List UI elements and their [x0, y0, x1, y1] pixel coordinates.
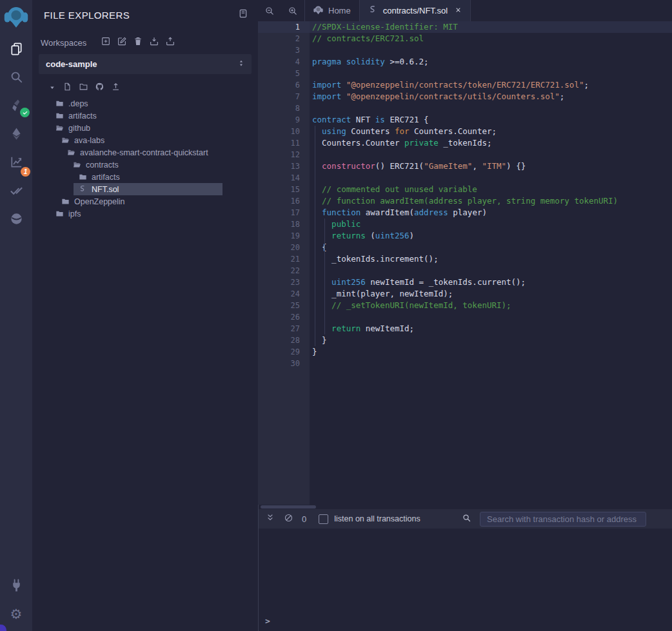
line-number[interactable]: 28: [258, 335, 310, 346]
code-line[interactable]: // contracts/ERC721.sol: [310, 33, 672, 44]
line-number[interactable]: 3: [258, 44, 310, 56]
collapse-caret-icon[interactable]: [48, 83, 56, 94]
line-number[interactable]: 5: [258, 68, 310, 79]
tree-item-artifacts[interactable]: artifacts: [32, 110, 258, 122]
new-file-icon[interactable]: [63, 82, 72, 94]
code-line[interactable]: // commented out unused variable: [310, 184, 672, 195]
line-number[interactable]: 19: [258, 230, 310, 242]
new-folder-icon[interactable]: [79, 82, 88, 94]
line-number[interactable]: 2: [258, 33, 310, 44]
line-number[interactable]: 16: [258, 195, 310, 207]
code-line[interactable]: _tokenIds.increment();: [310, 253, 672, 265]
code-line[interactable]: [310, 68, 672, 79]
tree-item-ipfs[interactable]: ipfs: [32, 208, 258, 220]
terminal-output[interactable]: >: [259, 529, 672, 631]
deploy-and-run-icon[interactable]: [0, 119, 32, 148]
line-number[interactable]: 11: [258, 137, 310, 149]
upload-file-icon[interactable]: [111, 82, 121, 94]
code-line[interactable]: [310, 311, 672, 323]
line-number[interactable]: 21: [258, 253, 310, 265]
file-explorer-icon[interactable]: [0, 34, 32, 63]
zoom-out-button[interactable]: [258, 0, 281, 21]
line-number[interactable]: 13: [258, 160, 310, 172]
line-number[interactable]: 26: [258, 311, 310, 323]
plugin-circle-icon[interactable]: [0, 204, 32, 233]
solidity-unit-testing-icon[interactable]: [0, 176, 32, 204]
code-line[interactable]: }: [310, 335, 672, 346]
search-icon[interactable]: [0, 63, 32, 91]
line-number[interactable]: 18: [258, 218, 310, 230]
tree-item-openzeppelin[interactable]: OpenZeppelin: [32, 195, 258, 208]
code-line[interactable]: Counters.Counter private _tokenIds;: [310, 137, 672, 149]
zoom-in-button[interactable]: [281, 0, 304, 21]
delete-workspace-icon[interactable]: [133, 36, 143, 49]
tree-item-avalanche-smart-contract-quickstart[interactable]: avalanche-smart-contract-quickstart: [32, 146, 258, 159]
code-line[interactable]: [310, 358, 672, 369]
code-line[interactable]: public: [310, 218, 672, 230]
tab-home[interactable]: Home: [304, 0, 359, 21]
line-number[interactable]: 20: [258, 242, 310, 253]
code-line[interactable]: using Counters for Counters.Counter;: [310, 126, 672, 137]
download-workspaces-icon[interactable]: [149, 36, 159, 49]
line-number[interactable]: 10: [258, 126, 310, 137]
line-number[interactable]: 23: [258, 277, 310, 288]
line-number[interactable]: 15: [258, 184, 310, 195]
code-line[interactable]: //SPDX-License-Identifier: MIT: [310, 21, 672, 33]
code-line[interactable]: import "@openzeppelin/contracts/token/ER…: [310, 79, 672, 91]
code-line[interactable]: [310, 102, 672, 114]
rename-workspace-icon[interactable]: [117, 36, 127, 49]
code-line[interactable]: function awardItem(address player): [310, 207, 672, 218]
collapse-terminal-icon[interactable]: [265, 512, 275, 525]
tree-item-.deps[interactable]: .deps: [32, 97, 258, 110]
code-line[interactable]: contract NFT is ERC721 {: [310, 114, 672, 126]
code-line[interactable]: [310, 149, 672, 160]
code-line[interactable]: uint256 newItemId = _tokenIds.current();: [310, 277, 672, 288]
code-line[interactable]: [310, 172, 672, 184]
solidity-compiler-icon[interactable]: [0, 91, 32, 119]
tree-item-github[interactable]: github: [32, 122, 258, 134]
code-line[interactable]: // function awardItem(address player, st…: [310, 195, 672, 207]
code-line[interactable]: // _setTokenURI(newItemId, tokenURI);: [310, 300, 672, 311]
line-number[interactable]: 27: [258, 323, 310, 335]
workspace-select[interactable]: code-sample: [39, 54, 252, 74]
line-number[interactable]: 12: [258, 149, 310, 160]
tree-item-ava-labs[interactable]: ava-labs: [32, 134, 258, 146]
line-number[interactable]: 24: [258, 288, 310, 300]
line-number[interactable]: 14: [258, 172, 310, 184]
line-number[interactable]: 17: [258, 207, 310, 218]
restore-workspaces-icon[interactable]: [165, 36, 175, 49]
code-line[interactable]: {: [310, 242, 672, 253]
create-workspace-icon[interactable]: [101, 36, 111, 49]
code-line[interactable]: return newItemId;: [310, 323, 672, 335]
code-line[interactable]: constructor() ERC721("GameItem", "ITM") …: [310, 160, 672, 172]
scrollbar-thumb[interactable]: [261, 505, 316, 509]
code-line[interactable]: returns (uint256): [310, 230, 672, 242]
close-icon[interactable]: [455, 6, 462, 15]
line-number[interactable]: 7: [258, 91, 310, 102]
remix-logo-icon[interactable]: [4, 5, 28, 29]
code-line[interactable]: _mint(player, newItemId);: [310, 288, 672, 300]
tree-item-nft.sol[interactable]: NFT.sol: [32, 183, 258, 195]
code-line[interactable]: [310, 44, 672, 56]
line-number[interactable]: 4: [258, 56, 310, 68]
line-number[interactable]: 25: [258, 300, 310, 311]
transaction-search-input[interactable]: [480, 512, 646, 527]
line-number[interactable]: 29: [258, 346, 310, 358]
line-number[interactable]: 9: [258, 114, 310, 126]
github-sync-icon[interactable]: [95, 82, 104, 94]
line-number[interactable]: 8: [258, 102, 310, 114]
code-editor[interactable]: 1234567891011121314151617181920212223242…: [258, 21, 672, 505]
code-line[interactable]: import "@openzeppelin/contracts/utils/Co…: [310, 91, 672, 102]
line-number[interactable]: 30: [258, 358, 310, 369]
analytics-icon[interactable]: 1: [0, 148, 32, 176]
clear-console-icon[interactable]: [284, 513, 293, 525]
terminal-prompt[interactable]: >: [265, 616, 270, 626]
listen-checkbox[interactable]: [319, 514, 328, 524]
code-line[interactable]: pragma solidity >=0.6.2;: [310, 56, 672, 68]
code-line[interactable]: }: [310, 346, 672, 358]
line-number[interactable]: 22: [258, 265, 310, 277]
line-number[interactable]: 6: [258, 79, 310, 91]
plugin-manager-icon[interactable]: [0, 571, 32, 599]
tree-item-artifacts[interactable]: artifacts: [32, 171, 258, 183]
line-number[interactable]: 1: [258, 21, 310, 33]
